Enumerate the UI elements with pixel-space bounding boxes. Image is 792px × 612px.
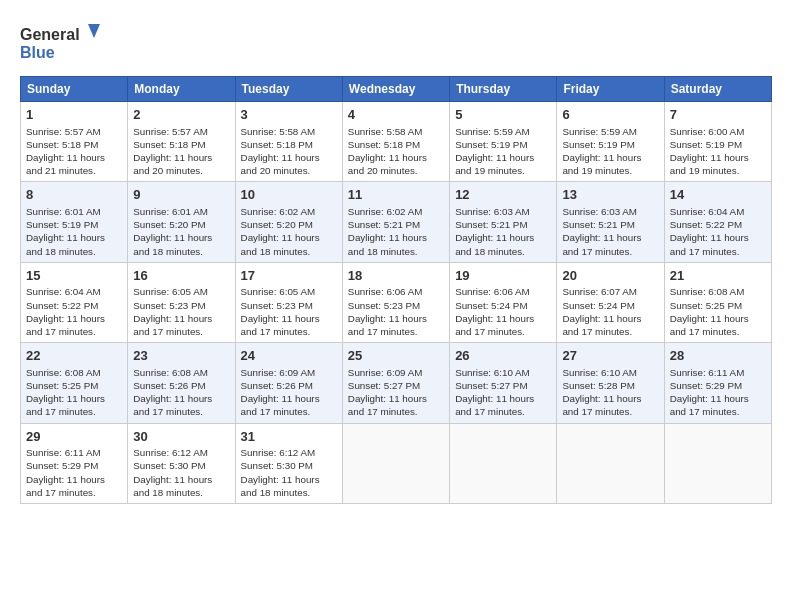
day-cell: 21Sunrise: 6:08 AM Sunset: 5:25 PM Dayli… — [664, 262, 771, 342]
day-number: 18 — [348, 267, 444, 285]
header-row: SundayMondayTuesdayWednesdayThursdayFrid… — [21, 77, 772, 102]
week-row-5: 29Sunrise: 6:11 AM Sunset: 5:29 PM Dayli… — [21, 423, 772, 503]
day-cell: 8Sunrise: 6:01 AM Sunset: 5:19 PM Daylig… — [21, 182, 128, 262]
day-number: 28 — [670, 347, 766, 365]
day-number: 10 — [241, 186, 337, 204]
svg-marker-2 — [88, 24, 100, 38]
day-detail: Sunrise: 6:03 AM Sunset: 5:21 PM Dayligh… — [455, 205, 551, 258]
day-number: 7 — [670, 106, 766, 124]
day-number: 12 — [455, 186, 551, 204]
day-cell: 19Sunrise: 6:06 AM Sunset: 5:24 PM Dayli… — [450, 262, 557, 342]
day-cell: 25Sunrise: 6:09 AM Sunset: 5:27 PM Dayli… — [342, 343, 449, 423]
day-cell: 22Sunrise: 6:08 AM Sunset: 5:25 PM Dayli… — [21, 343, 128, 423]
day-cell: 30Sunrise: 6:12 AM Sunset: 5:30 PM Dayli… — [128, 423, 235, 503]
day-number: 19 — [455, 267, 551, 285]
day-cell: 6Sunrise: 5:59 AM Sunset: 5:19 PM Daylig… — [557, 102, 664, 182]
day-cell: 5Sunrise: 5:59 AM Sunset: 5:19 PM Daylig… — [450, 102, 557, 182]
day-detail: Sunrise: 6:02 AM Sunset: 5:21 PM Dayligh… — [348, 205, 444, 258]
day-number: 25 — [348, 347, 444, 365]
day-cell — [557, 423, 664, 503]
header-cell-saturday: Saturday — [664, 77, 771, 102]
day-detail: Sunrise: 6:05 AM Sunset: 5:23 PM Dayligh… — [133, 285, 229, 338]
day-number: 20 — [562, 267, 658, 285]
header-cell-friday: Friday — [557, 77, 664, 102]
day-number: 15 — [26, 267, 122, 285]
day-detail: Sunrise: 6:08 AM Sunset: 5:25 PM Dayligh… — [26, 366, 122, 419]
day-detail: Sunrise: 5:59 AM Sunset: 5:19 PM Dayligh… — [562, 125, 658, 178]
day-number: 3 — [241, 106, 337, 124]
header-cell-thursday: Thursday — [450, 77, 557, 102]
day-detail: Sunrise: 5:58 AM Sunset: 5:18 PM Dayligh… — [348, 125, 444, 178]
day-detail: Sunrise: 6:09 AM Sunset: 5:26 PM Dayligh… — [241, 366, 337, 419]
day-detail: Sunrise: 6:10 AM Sunset: 5:27 PM Dayligh… — [455, 366, 551, 419]
day-number: 22 — [26, 347, 122, 365]
day-detail: Sunrise: 6:10 AM Sunset: 5:28 PM Dayligh… — [562, 366, 658, 419]
day-number: 31 — [241, 428, 337, 446]
day-cell: 1Sunrise: 5:57 AM Sunset: 5:18 PM Daylig… — [21, 102, 128, 182]
week-row-1: 1Sunrise: 5:57 AM Sunset: 5:18 PM Daylig… — [21, 102, 772, 182]
day-number: 8 — [26, 186, 122, 204]
day-cell: 3Sunrise: 5:58 AM Sunset: 5:18 PM Daylig… — [235, 102, 342, 182]
day-cell: 17Sunrise: 6:05 AM Sunset: 5:23 PM Dayli… — [235, 262, 342, 342]
day-cell: 24Sunrise: 6:09 AM Sunset: 5:26 PM Dayli… — [235, 343, 342, 423]
day-cell: 18Sunrise: 6:06 AM Sunset: 5:23 PM Dayli… — [342, 262, 449, 342]
day-detail: Sunrise: 5:57 AM Sunset: 5:18 PM Dayligh… — [133, 125, 229, 178]
day-cell: 2Sunrise: 5:57 AM Sunset: 5:18 PM Daylig… — [128, 102, 235, 182]
day-detail: Sunrise: 6:00 AM Sunset: 5:19 PM Dayligh… — [670, 125, 766, 178]
day-cell: 10Sunrise: 6:02 AM Sunset: 5:20 PM Dayli… — [235, 182, 342, 262]
day-number: 17 — [241, 267, 337, 285]
day-number: 23 — [133, 347, 229, 365]
day-cell: 4Sunrise: 5:58 AM Sunset: 5:18 PM Daylig… — [342, 102, 449, 182]
header-cell-monday: Monday — [128, 77, 235, 102]
day-detail: Sunrise: 6:11 AM Sunset: 5:29 PM Dayligh… — [670, 366, 766, 419]
day-detail: Sunrise: 6:08 AM Sunset: 5:26 PM Dayligh… — [133, 366, 229, 419]
day-number: 13 — [562, 186, 658, 204]
day-cell: 20Sunrise: 6:07 AM Sunset: 5:24 PM Dayli… — [557, 262, 664, 342]
day-detail: Sunrise: 5:58 AM Sunset: 5:18 PM Dayligh… — [241, 125, 337, 178]
day-number: 9 — [133, 186, 229, 204]
day-cell: 14Sunrise: 6:04 AM Sunset: 5:22 PM Dayli… — [664, 182, 771, 262]
day-number: 26 — [455, 347, 551, 365]
day-cell: 31Sunrise: 6:12 AM Sunset: 5:30 PM Dayli… — [235, 423, 342, 503]
day-cell: 15Sunrise: 6:04 AM Sunset: 5:22 PM Dayli… — [21, 262, 128, 342]
day-number: 29 — [26, 428, 122, 446]
logo: GeneralBlue — [20, 22, 110, 66]
day-cell — [664, 423, 771, 503]
day-cell: 16Sunrise: 6:05 AM Sunset: 5:23 PM Dayli… — [128, 262, 235, 342]
day-cell: 7Sunrise: 6:00 AM Sunset: 5:19 PM Daylig… — [664, 102, 771, 182]
day-detail: Sunrise: 6:12 AM Sunset: 5:30 PM Dayligh… — [241, 446, 337, 499]
day-cell: 11Sunrise: 6:02 AM Sunset: 5:21 PM Dayli… — [342, 182, 449, 262]
header-cell-tuesday: Tuesday — [235, 77, 342, 102]
header-cell-wednesday: Wednesday — [342, 77, 449, 102]
day-cell: 12Sunrise: 6:03 AM Sunset: 5:21 PM Dayli… — [450, 182, 557, 262]
day-number: 14 — [670, 186, 766, 204]
svg-text:Blue: Blue — [20, 44, 55, 61]
day-detail: Sunrise: 6:04 AM Sunset: 5:22 PM Dayligh… — [26, 285, 122, 338]
week-row-4: 22Sunrise: 6:08 AM Sunset: 5:25 PM Dayli… — [21, 343, 772, 423]
day-detail: Sunrise: 6:12 AM Sunset: 5:30 PM Dayligh… — [133, 446, 229, 499]
day-cell: 29Sunrise: 6:11 AM Sunset: 5:29 PM Dayli… — [21, 423, 128, 503]
day-cell: 27Sunrise: 6:10 AM Sunset: 5:28 PM Dayli… — [557, 343, 664, 423]
day-detail: Sunrise: 6:07 AM Sunset: 5:24 PM Dayligh… — [562, 285, 658, 338]
week-row-3: 15Sunrise: 6:04 AM Sunset: 5:22 PM Dayli… — [21, 262, 772, 342]
day-detail: Sunrise: 6:02 AM Sunset: 5:20 PM Dayligh… — [241, 205, 337, 258]
day-detail: Sunrise: 6:04 AM Sunset: 5:22 PM Dayligh… — [670, 205, 766, 258]
day-number: 21 — [670, 267, 766, 285]
day-cell: 23Sunrise: 6:08 AM Sunset: 5:26 PM Dayli… — [128, 343, 235, 423]
day-detail: Sunrise: 5:57 AM Sunset: 5:18 PM Dayligh… — [26, 125, 122, 178]
day-number: 2 — [133, 106, 229, 124]
day-number: 6 — [562, 106, 658, 124]
day-cell — [342, 423, 449, 503]
header: GeneralBlue — [20, 18, 772, 66]
day-detail: Sunrise: 6:08 AM Sunset: 5:25 PM Dayligh… — [670, 285, 766, 338]
logo-svg: GeneralBlue — [20, 22, 110, 66]
day-detail: Sunrise: 6:11 AM Sunset: 5:29 PM Dayligh… — [26, 446, 122, 499]
day-detail: Sunrise: 6:01 AM Sunset: 5:20 PM Dayligh… — [133, 205, 229, 258]
day-number: 27 — [562, 347, 658, 365]
header-cell-sunday: Sunday — [21, 77, 128, 102]
day-detail: Sunrise: 6:06 AM Sunset: 5:23 PM Dayligh… — [348, 285, 444, 338]
day-cell — [450, 423, 557, 503]
day-number: 16 — [133, 267, 229, 285]
day-detail: Sunrise: 6:05 AM Sunset: 5:23 PM Dayligh… — [241, 285, 337, 338]
day-number: 1 — [26, 106, 122, 124]
